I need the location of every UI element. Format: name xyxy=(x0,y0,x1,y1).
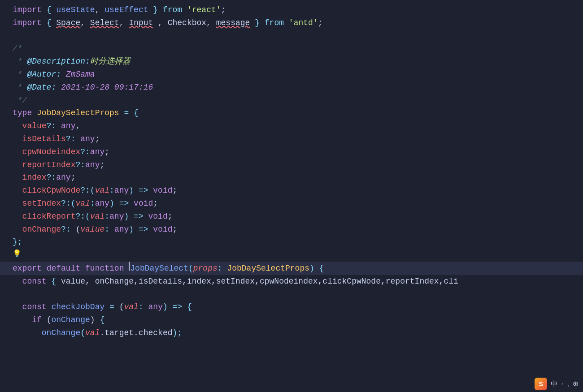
ime-separator-comma: , xyxy=(567,378,569,390)
code-line-14: index ?: any ; xyxy=(0,171,583,184)
ime-lang-label: 中 xyxy=(551,378,558,390)
code-line-1: import { useState , useEffect } from 're… xyxy=(0,4,583,17)
code-line-11: isDetails ?: any ; xyxy=(0,133,583,146)
ime-separator-dot: · xyxy=(561,378,563,390)
code-line-13: reportIndex ?: any ; xyxy=(0,159,583,172)
code-line-6: * @Autor: ZmSama xyxy=(0,68,583,81)
status-bar: S 中 · , ⊕ xyxy=(530,376,583,392)
code-line-3 xyxy=(0,30,583,43)
code-line-26: onChange ( val .target.checked ); xyxy=(0,327,583,340)
code-line-10: value ?: any , xyxy=(0,120,583,133)
keyword-import-1: import xyxy=(13,4,42,17)
code-line-24: const checkJobDay = ( val : any ) => { xyxy=(0,301,583,314)
code-line-5: * @Description: 时分选择器 xyxy=(0,55,583,68)
code-line-25: if ( onChange ) { xyxy=(0,314,583,327)
code-line-12: cpwNodeindex ?: any ; xyxy=(0,146,583,159)
code-line-19: }; xyxy=(0,236,583,249)
code-line-8: */ xyxy=(0,94,583,107)
lightbulb-icon[interactable]: 💡 xyxy=(13,249,22,260)
code-line-22: const { value, onChange,isDetails,index,… xyxy=(0,275,583,288)
text-cursor xyxy=(129,262,130,271)
code-line-9: type JobDaySelectProps = { xyxy=(0,107,583,120)
code-line-18: onChange ?: ( value : any ) => void ; xyxy=(0,223,583,236)
code-line-2: import { Space , Select , Input , Checkb… xyxy=(0,17,583,30)
code-line-21: export default function JobDaySelect ( p… xyxy=(0,262,583,275)
ime-settings-icon[interactable]: ⊕ xyxy=(573,378,579,390)
code-editor: import { useState , useEffect } from 're… xyxy=(0,0,583,392)
code-line-7: * @Date: 2021-10-28 09:17:16 xyxy=(0,81,583,94)
code-line-15: clickCpwNode ?:( val : any ) => void ; xyxy=(0,184,583,197)
sogou-icon[interactable]: S xyxy=(535,378,547,390)
code-line-4: /* xyxy=(0,42,583,55)
code-line-20: 💡 xyxy=(0,249,583,262)
code-line-23 xyxy=(0,288,583,301)
code-line-17: clickReport ?:( val : any ) => void ; xyxy=(0,210,583,223)
code-line-16: setIndex ?:( val : any ) => void ; xyxy=(0,197,583,210)
